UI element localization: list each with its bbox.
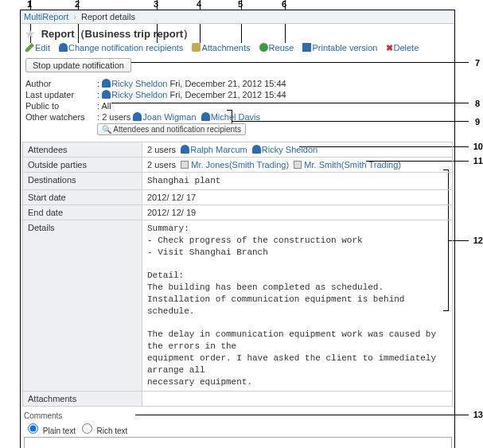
chevron-icon: › xyxy=(73,12,76,21)
reuse-link[interactable]: Reuse xyxy=(259,43,294,53)
star-icon[interactable]: ★ xyxy=(25,28,35,40)
breadcrumb-app[interactable]: MultiReport xyxy=(24,12,68,21)
lastupdater-user[interactable]: Ricky Sheldon xyxy=(111,90,167,99)
toolbar: Edit Change notification recipients Atta… xyxy=(21,42,454,56)
report-table: Attendees 2 users Ralph Marcum Ricky She… xyxy=(22,142,453,407)
attendee-1[interactable]: Ralph Marcum xyxy=(190,145,247,154)
destinations-label: Destinations xyxy=(23,173,142,189)
edit-link[interactable]: Edit xyxy=(25,43,50,53)
breadcrumb: MultiReport › Report details xyxy=(21,10,454,24)
enddate-label: End date xyxy=(23,205,142,220)
outside-label: Outside parties xyxy=(23,158,142,172)
print-icon xyxy=(302,43,311,52)
recipients-button[interactable]: 🔍 Attendees and notification recipients xyxy=(97,123,246,135)
startdate-label: Start date xyxy=(23,190,142,205)
attachments-label: Attachments xyxy=(23,392,142,406)
startdate-value: 2012/ 12/ 17 xyxy=(142,190,452,205)
user-icon xyxy=(181,145,189,154)
outside-value: 2 users Mr. Jones(Smith Trading) Mr. Smi… xyxy=(142,158,452,172)
author-value: : Ricky Sheldon Fri, December 21, 2012 1… xyxy=(97,79,450,88)
callout-8: 8 xyxy=(475,99,480,108)
outside-2[interactable]: Mr. Smith(Smith Trading) xyxy=(304,160,401,169)
lastupdater-timestamp: Fri, December 21, 2012 15:44 xyxy=(170,90,286,99)
print-link[interactable]: Printable version xyxy=(302,43,377,53)
lastupdater-value: : Ricky Sheldon Fri, December 21, 2012 1… xyxy=(97,90,450,99)
info-grid: Author : Ricky Sheldon Fri, December 21,… xyxy=(21,77,454,137)
callout-7: 7 xyxy=(475,58,480,68)
report-panel: MultiReport › Report details ★ Report（Bu… xyxy=(20,10,455,448)
watcher-user-1[interactable]: Joan Wigman xyxy=(142,112,196,122)
outside-1[interactable]: Mr. Jones(Smith Trading) xyxy=(191,160,289,169)
publicto-value: : All xyxy=(97,101,450,111)
comments-label: Comments xyxy=(24,411,451,420)
callout-11: 11 xyxy=(473,156,483,166)
edit-icon xyxy=(25,43,34,52)
user-icon xyxy=(133,112,142,121)
destinations-value: Shanghai plant xyxy=(142,173,452,189)
attendees-count: 2 users xyxy=(147,145,176,154)
plain-text-radio[interactable]: Plain text xyxy=(24,427,76,435)
attendee-2[interactable]: Ricky Sheldon xyxy=(262,145,317,154)
author-timestamp: Fri, December 21, 2012 15:44 xyxy=(170,79,286,88)
enddate-value: 2012/ 12/ 19 xyxy=(142,205,452,220)
watchers-label: Other watchers xyxy=(25,112,97,135)
details-value: Summary: - Check progress of the constru… xyxy=(142,220,452,391)
watchers-count: 2 users xyxy=(102,112,130,122)
card-icon xyxy=(294,161,302,169)
user-icon xyxy=(201,112,210,121)
attendees-label: Attendees xyxy=(23,142,142,157)
recipients-link[interactable]: Change notification recipients xyxy=(59,43,183,53)
outside-count: 2 users xyxy=(147,160,176,169)
search-icon: 🔍 xyxy=(102,125,111,134)
attendees-value: 2 users Ralph Marcum Ricky Sheldon xyxy=(142,142,452,157)
user-icon xyxy=(102,90,111,99)
format-radios: Plain text Rich text xyxy=(24,421,451,435)
watcher-user-2[interactable]: Michel Davis xyxy=(211,112,260,122)
attachments-link[interactable]: Attachments xyxy=(192,43,250,53)
callout-9: 9 xyxy=(475,117,480,127)
reuse-icon xyxy=(259,43,268,52)
publicto-label: Public to xyxy=(25,101,97,111)
author-label: Author xyxy=(25,79,97,88)
breadcrumb-page: Report details xyxy=(81,12,135,21)
user-icon xyxy=(252,145,261,154)
watchers-value: : 2 users Joan Wigman Michel Davis 🔍 Att… xyxy=(97,112,450,135)
callout-13: 13 xyxy=(473,410,483,419)
user-icon xyxy=(59,43,68,52)
attach-icon xyxy=(192,43,201,52)
callout-12: 12 xyxy=(473,236,483,245)
details-label: Details xyxy=(23,220,142,391)
page-title: Report（Business trip report） xyxy=(41,28,193,40)
author-user[interactable]: Ricky Sheldon xyxy=(111,79,167,88)
callout-10: 10 xyxy=(473,142,483,151)
rich-text-radio[interactable]: Rich text xyxy=(78,427,128,435)
comments-section: Comments Plain text Rich text Attach fil… xyxy=(24,411,451,448)
attachments-value xyxy=(142,392,452,406)
page-title-row: ★ Report（Business trip report） xyxy=(21,24,454,42)
lastupdater-label: Last updater xyxy=(25,90,97,99)
stop-notification-button[interactable]: Stop update notification xyxy=(25,58,131,72)
user-icon xyxy=(102,79,111,88)
delete-link[interactable]: ✖Delete xyxy=(386,43,419,53)
comment-textarea[interactable] xyxy=(24,437,452,448)
card-icon xyxy=(181,161,189,169)
